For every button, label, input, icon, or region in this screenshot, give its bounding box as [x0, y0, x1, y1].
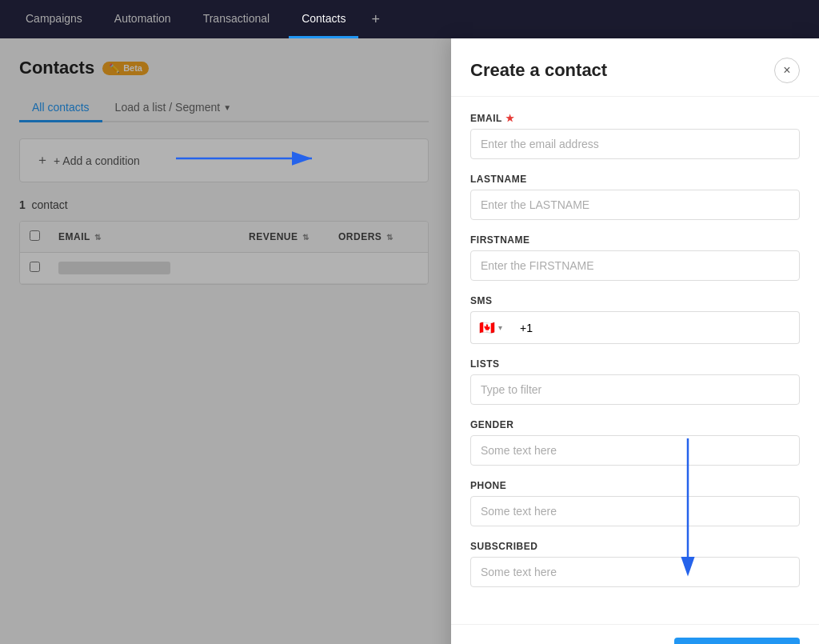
- firstname-input[interactable]: [470, 250, 800, 281]
- lastname-field-group: LASTNAME: [470, 174, 800, 220]
- page-layout: Contacts ✏️ Beta All contacts Load a lis…: [0, 38, 819, 644]
- panel-title: Create a contact: [470, 60, 607, 81]
- email-label: EMAIL ★: [470, 113, 800, 124]
- email-field-group: EMAIL ★: [470, 113, 800, 159]
- panel-footer: Create a contact: [451, 624, 819, 644]
- sms-caret-icon: ▾: [498, 323, 502, 332]
- lastname-label: LASTNAME: [470, 174, 800, 185]
- gender-field-group: GENDER: [470, 419, 800, 466]
- subscribed-field-group: SUBSCRIBED: [470, 541, 800, 587]
- email-input[interactable]: [470, 129, 800, 159]
- phone-field-group: PHONE: [470, 480, 800, 526]
- subscribed-input[interactable]: [470, 557, 800, 587]
- panel-header: Create a contact ×: [451, 38, 819, 97]
- sms-field-group: SMS 🇨🇦 ▾: [470, 295, 800, 344]
- lists-field-group: LISTS: [470, 358, 800, 405]
- sms-label: SMS: [470, 295, 800, 306]
- nav-transactional[interactable]: Transactional: [190, 0, 283, 38]
- firstname-field-group: FIRSTNAME: [470, 234, 800, 281]
- nav-add-button[interactable]: +: [365, 0, 386, 38]
- subscribed-label: SUBSCRIBED: [470, 541, 800, 552]
- close-panel-button[interactable]: ×: [774, 58, 800, 83]
- phone-input[interactable]: [470, 496, 800, 526]
- panel-body: EMAIL ★ LASTNAME FIRSTNAME: [451, 97, 819, 624]
- flag-icon: 🇨🇦: [479, 320, 495, 335]
- lastname-input[interactable]: [470, 190, 800, 220]
- required-indicator: ★: [505, 113, 515, 124]
- nav-automation[interactable]: Automation: [102, 0, 184, 38]
- gender-label: GENDER: [470, 419, 800, 430]
- nav-campaigns[interactable]: Campaigns: [13, 0, 95, 38]
- lists-label: LISTS: [470, 358, 800, 370]
- create-contact-button[interactable]: Create a contact: [674, 638, 800, 644]
- panel-overlay: Create a contact × EMAIL ★: [0, 38, 819, 644]
- sms-country-select[interactable]: 🇨🇦 ▾: [470, 311, 510, 344]
- lists-input[interactable]: [470, 374, 800, 405]
- nav-contacts[interactable]: Contacts: [289, 0, 358, 38]
- firstname-label: FIRSTNAME: [470, 234, 800, 246]
- create-contact-panel: Create a contact × EMAIL ★: [451, 38, 819, 644]
- sms-wrapper: 🇨🇦 ▾: [470, 311, 800, 344]
- top-navigation: Campaigns Automation Transactional Conta…: [0, 0, 819, 38]
- phone-label: PHONE: [470, 480, 800, 491]
- gender-input[interactable]: [470, 435, 800, 466]
- sms-number-input[interactable]: [510, 311, 800, 344]
